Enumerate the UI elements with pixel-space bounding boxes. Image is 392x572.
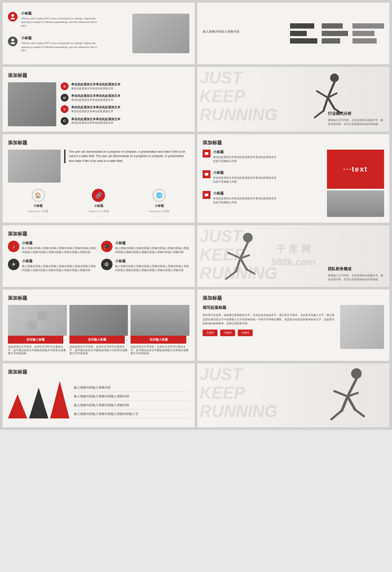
runner-figure-6r — [315, 366, 381, 423]
triangle-3 — [50, 381, 69, 418]
chart-text-row: 输入替换内容输入替换内容 输入替换内容输入替换内容输入替换内容 输入替换内容输入… — [8, 379, 189, 418]
svg-line-6 — [323, 98, 328, 111]
slide-title-6l: 添加标题 — [8, 369, 189, 375]
svg-line-25 — [342, 396, 348, 411]
icon-label-3: 小标题 — [155, 204, 164, 208]
icon-row-2: 小标题 Theme color makes PPT more convenien… — [8, 36, 128, 52]
icon-item-3: 🌐 小标题 Supporting 小标题 ......... — [149, 189, 169, 217]
person-icon-1 — [8, 12, 18, 22]
music-icon: ♪ — [12, 243, 15, 249]
slide-4r: JUST KEEP RUNNING 千 库 网 588k.com 团队财务概述 — [197, 225, 389, 287]
sdvc-item-d: D 单击此处填加文本单击此处填加文本 单击此处填加文本单击此处填加文本 — [61, 94, 189, 102]
icon-dots-2: ......... — [96, 215, 102, 217]
bar-col-1 — [290, 23, 317, 44]
finance-title: 团队财务概述 — [328, 266, 385, 272]
card-caption-1-row: 在此输入标题 › — [8, 336, 67, 344]
card-caption-1: 在此输入标题 — [8, 336, 63, 344]
svg-rect-11 — [205, 173, 208, 176]
svg-line-19 — [240, 258, 247, 269]
text-list-item-2: 输入替换内容输入替换内容输入替换内容 — [74, 395, 189, 401]
image-3 — [131, 305, 189, 336]
bar-2-3 — [322, 38, 340, 44]
projector-text: The user can demonstrate on a projector … — [64, 150, 189, 163]
svg-line-18 — [226, 271, 236, 279]
card-desc-3: 这是演演示文字内容，在演示文字时可以更改文字、也可通过改变文字颜色或排版方式来突… — [131, 345, 189, 356]
icon-sublabel-1: Supporting 小标题 — [28, 210, 48, 213]
svg-line-23 — [334, 391, 348, 396]
svg-line-15 — [228, 253, 240, 258]
card-caption-3: 在此输入标题 — [131, 336, 186, 344]
icon-circle-1: 🏠 — [32, 189, 45, 202]
slide-6r: JUST KEEP RUNNING — [197, 363, 389, 427]
red-box-text: ···text — [343, 165, 368, 173]
icon-desc-1: ♪ 小标题 输入替换内容输入替换内容输入替换内容输入替换内容输入替换内容输入替换… — [8, 241, 97, 254]
sdvc-item-c: C 单击此处填加文本单击此处填加文本 单击此处填加文本单击此处填加文本 — [61, 117, 189, 125]
slide-2r: JUST KEEP RUNNING 行业模式分析 逻辑输入文字内容，点击添加和点… — [197, 67, 389, 132]
svg-line-28 — [355, 410, 364, 416]
red-text-box: ···text — [327, 150, 384, 189]
runner-figure-4r — [211, 230, 268, 282]
bar-col-2 — [322, 23, 348, 44]
text-item-1: 小标题 单击此处填加文本单击此处填加文本单击此处填加文本 此处可直接输入内容 — [203, 150, 323, 163]
desc-content-4: 小标题 输入替换内容输入替换内容输入替换内容输入替换内容输入替换内容输入替换内容… — [115, 259, 190, 272]
text-item-2: 小标题 单击此处填加文本单击此处填加文本单击此处填加文本 此处可直接输入内容 — [203, 170, 323, 184]
slide-image-1 — [132, 14, 189, 53]
desc-content-2: 小标题 输入替换内容输入替换内容输入替换内容输入替换内容输入替换内容输入替换内容… — [115, 241, 190, 254]
industry-analysis: 行业模式分析 逻辑输入文字内容，点击添加和点标题文字，修改实景内容，也可以直接复… — [328, 111, 385, 126]
sdvc-text-v: 单击此处填加文本单击此处填加文本 单击此处填加文本单击此处填加文本 — [71, 105, 120, 113]
icon-item-1: 🏠 小标题 Supporting 小标题 ......... — [28, 189, 48, 217]
icon-circle-plane: ✈ — [8, 259, 19, 270]
slide-5r: 添加标题 填写起落标题 把内容打在这里，或者通过复制您的文字，点击此处后粘贴文字… — [197, 290, 389, 361]
icon-sublabel-2: Supporting 小标题 — [88, 210, 109, 213]
icon-circle-music: ♪ — [8, 241, 19, 252]
icon-desc-2: 🎓 小标题 输入替换内容输入替换内容输入替换内容输入替换内容输入替换内容输入替换… — [101, 241, 190, 254]
text-items-col: 小标题 单击此处填加文本单击此处填加文本单击此处填加文本 此处可直接输入内容 小… — [203, 150, 323, 217]
slide-image-2l — [8, 82, 56, 126]
sdvc-circle-d: D — [61, 94, 69, 102]
subtitle-2: 小标题 Theme color makes PPT more convenien… — [21, 36, 100, 52]
puzzle-pattern — [28, 311, 47, 330]
keyword-2: 关键词 — [220, 330, 235, 336]
arrow-icon-2: › — [127, 337, 128, 342]
svg-point-2 — [330, 73, 339, 82]
finance-desc: 逻辑输入文字内容，点击添加和点标题文字，修改实景内容，也可以直接复制你的内容粘贴… — [328, 274, 385, 282]
bg-running-text-6r: JUST KEEP RUNNING — [200, 366, 277, 421]
card-desc-2: 这是演演示文字内容，在演示文字时可以更改文字、也可通过改变文字颜色或排版方式来突… — [69, 345, 128, 356]
bar-3-1 — [352, 23, 384, 29]
slide-title-5l: 添加标题 — [8, 295, 189, 301]
keyword-1: 关键词 — [203, 330, 218, 336]
svg-point-0 — [11, 14, 14, 17]
industry-desc: 逻辑输入文字内容，点击添加和点标题文字，修改实景内容，也可以直接复制你的内容粘贴… — [328, 118, 385, 126]
bar-3-2 — [352, 31, 374, 36]
text-block-1: 小标题 单击此处填加文本单击此处填加文本单击此处填加文本 此处可直接输入内容 — [213, 150, 276, 163]
triangle-bar-1 — [8, 379, 27, 418]
card-desc-1: 这是演演示文字内容，在演示文字时可以更改文字、也可通过改变文字颜色或排版方式来突… — [8, 345, 67, 356]
sdvc-item-v: V 单击此处填加文本单击此处填加文本 单击此处填加文本单击此处填加文本 — [61, 105, 189, 113]
subtitle-1: 小标题 Theme color makes PPT more convenien… — [21, 11, 100, 28]
blog-title: 填写起落标题 — [203, 305, 336, 311]
card-caption-2: 在此输入标题 — [69, 336, 125, 344]
plane-icon: ✈ — [11, 261, 16, 268]
triangle-bar-3 — [50, 379, 69, 418]
desc-content-3: 小标题 输入替换内容输入替换内容输入替换内容输入替换内容输入替换内容输入替换内容… — [22, 259, 97, 272]
image-card-2: 在此输入标题 › 这是演演示文字内容，在演示文字时可以更改文字、也可通过改变文字… — [69, 305, 128, 356]
image-1 — [8, 305, 67, 336]
bar-1-1 — [290, 23, 314, 29]
red-icon-1 — [203, 150, 211, 158]
right-content-3r: ···text — [327, 150, 384, 217]
svg-point-13 — [243, 233, 253, 242]
slide-img-3l — [8, 150, 61, 183]
text-list-item-1: 输入替换内容输入替换内容 — [74, 386, 189, 392]
bar-1-2 — [290, 31, 307, 36]
slide-4l: 添加标题 ♪ 小标题 输入替换内容输入替换内容输入替换内容输入替换内容输入替换内… — [3, 225, 195, 287]
text-list-item-4: 输入替换内容输入替换内容输入替换内容输入字 — [74, 412, 189, 418]
sdvc-text-s: 单击此处填加文本单击此处填加文本 单击此处填加文本单击此处填加文本 — [71, 82, 120, 90]
icon-item-2: 🔗 小标题 Supporting 小标题 ......... — [88, 189, 109, 217]
red-icon-2 — [203, 170, 211, 178]
icon-label-2: 小标题 — [94, 204, 103, 208]
card-caption-3-row: 在此输入标题 › — [131, 336, 189, 344]
blog-content-area: 填写起落标题 把内容打在这里，或者通过复制您的文字，点击此处后粘贴文字，请注意文… — [203, 305, 384, 349]
sdvc-circle-s: S — [61, 82, 69, 90]
placeholder-text-1r: 插入替换内容插入替换内容 — [203, 29, 287, 34]
industry-title: 行业模式分析 — [328, 111, 385, 117]
